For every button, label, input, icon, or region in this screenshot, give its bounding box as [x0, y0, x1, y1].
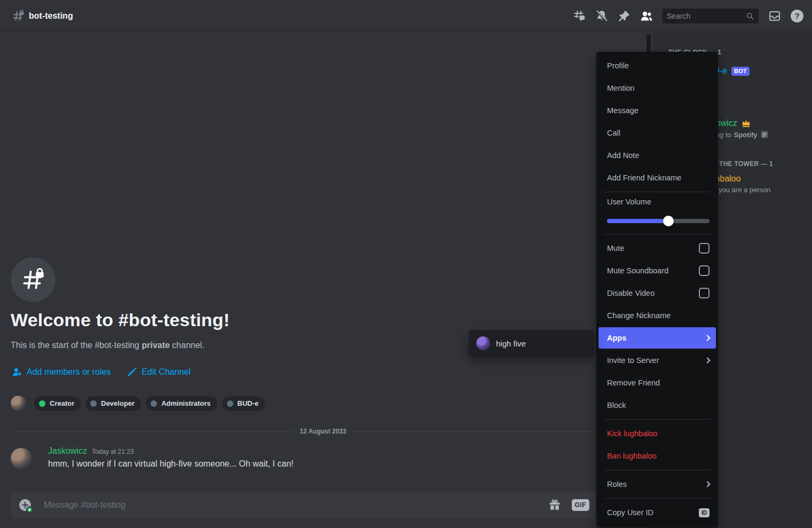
activity-note-icon: [760, 130, 769, 139]
avatar[interactable]: [11, 396, 26, 411]
role-color-dot: [227, 400, 233, 407]
menu-item-change-nickname[interactable]: Change Nickname: [598, 305, 716, 326]
menu-item-apps[interactable]: Apps: [598, 327, 716, 349]
channel-members-roles-row: Creator Developer Administrators BUD-e: [11, 396, 265, 411]
submenu-item-high-five[interactable]: high five: [472, 333, 591, 353]
menu-item-add-friend-nickname[interactable]: Add Friend Nickname: [598, 167, 716, 188]
role-pill-administrators[interactable]: Administrators: [146, 396, 217, 411]
menu-item-mute-soundboard[interactable]: Mute Soundboard: [598, 260, 716, 281]
message-timestamp: Today at 21:23: [92, 448, 134, 455]
menu-item-kick[interactable]: Kick lughbaloo: [598, 423, 716, 444]
welcome-title: Welcome to #bot-testing!: [11, 310, 230, 330]
menu-item-ban[interactable]: Ban lughbaloo: [598, 445, 716, 467]
menu-item-copy-user-id[interactable]: Copy User IDID: [598, 502, 716, 523]
role-pill-label: BUD-e: [238, 399, 259, 407]
search-placeholder: Search: [667, 12, 746, 20]
menu-item-mute[interactable]: Mute: [598, 238, 716, 259]
role-color-dot: [90, 400, 97, 407]
user-volume-fill: [607, 219, 668, 223]
threads-icon[interactable]: [573, 10, 586, 22]
channel-hash-lock-icon: [12, 10, 25, 22]
menu-item-label: Apps: [607, 334, 626, 342]
menu-item-disable-video[interactable]: Disable Video: [598, 282, 716, 304]
chevron-right-icon: [704, 335, 710, 341]
mute-checkbox[interactable]: [699, 243, 709, 254]
menu-item-label: Kick lughbaloo: [607, 429, 657, 438]
menu-divider: [604, 419, 711, 420]
app-bot-avatar: [476, 336, 490, 350]
inbox-icon[interactable]: [768, 10, 781, 22]
status-app-name: Spotify: [734, 131, 758, 139]
date-divider: 12 August 2023: [11, 428, 635, 435]
menu-item-label: Block: [607, 401, 626, 409]
menu-item-mention[interactable]: Mention: [598, 77, 716, 99]
status-text: you are a person: [719, 186, 771, 194]
menu-divider: [604, 498, 711, 499]
mute-soundboard-checkbox[interactable]: [699, 265, 709, 276]
menu-item-invite-to-server[interactable]: Invite to Server: [598, 350, 716, 371]
role-pill-label: Creator: [50, 399, 74, 407]
message-author-name[interactable]: Jaskowicz: [48, 446, 87, 456]
role-pill-label: Developer: [101, 399, 135, 407]
welcome-subtitle-prefix: This is the start of the #bot-testing: [11, 341, 141, 350]
disable-video-checkbox[interactable]: [699, 288, 709, 298]
hash-lock-icon: [21, 267, 45, 292]
welcome-subtitle-suffix: channel.: [170, 341, 204, 350]
member-list-toggle-icon[interactable]: [640, 10, 653, 22]
menu-item-profile[interactable]: Profile: [598, 55, 716, 76]
menu-item-label: Ban lughbaloo: [607, 452, 657, 460]
member-category-2[interactable]: THE TOWER — 1: [719, 160, 773, 168]
role-pill-bud-e[interactable]: BUD-e: [222, 396, 265, 411]
help-icon[interactable]: ?: [791, 10, 803, 22]
role-pills: Creator Developer Administrators BUD-e: [34, 396, 265, 411]
add-members-button[interactable]: Add members or roles: [12, 367, 111, 377]
chevron-right-icon: [704, 357, 710, 363]
message-author-avatar[interactable]: [11, 448, 32, 469]
menu-divider: [604, 470, 711, 470]
menu-item-roles[interactable]: Roles: [598, 474, 716, 495]
attach-plus-icon[interactable]: [19, 499, 31, 511]
date-divider-label: 12 August 2023: [294, 428, 352, 435]
divider-line: [352, 431, 635, 432]
menu-item-label: Invite to Server: [607, 356, 659, 365]
notifications-muted-icon[interactable]: [595, 10, 608, 22]
welcome-actions: Add members or roles Edit Channel: [12, 367, 191, 377]
menu-item-add-note[interactable]: Add Note: [598, 145, 716, 166]
edit-channel-button[interactable]: Edit Channel: [127, 367, 191, 377]
menu-item-message[interactable]: Message: [598, 100, 716, 121]
menu-item-call[interactable]: Call: [598, 122, 716, 144]
pinned-messages-icon[interactable]: [618, 10, 630, 22]
gif-picker-button[interactable]: GIF: [572, 499, 590, 511]
person-add-icon: [12, 367, 22, 377]
channel-header: bot-testing Search: [0, 0, 812, 32]
apps-submenu: high five: [469, 330, 594, 357]
menu-item-label: Remove Friend: [607, 379, 660, 387]
user-volume-knob[interactable]: [663, 216, 674, 226]
user-context-menu: Profile Mention Message Call Add Note Ad…: [596, 52, 718, 527]
add-members-label: Add members or roles: [27, 367, 111, 377]
message-text: hmm, I wonder if I can virtual high-five…: [48, 459, 294, 469]
menu-item-block[interactable]: Block: [598, 395, 716, 416]
message-header: Jaskowicz Today at 21:23: [48, 446, 134, 456]
welcome-subtitle: This is the start of the #bot-testing pr…: [11, 341, 204, 350]
menu-item-label: Message: [607, 106, 638, 115]
pencil-icon: [127, 367, 137, 377]
menu-item-label: Change Nickname: [607, 311, 671, 320]
menu-item-label: Mute: [607, 244, 624, 253]
menu-item-label: Add Friend Nickname: [607, 174, 681, 182]
gift-icon[interactable]: [548, 499, 561, 511]
role-pill-creator[interactable]: Creator: [34, 396, 81, 411]
role-pill-developer[interactable]: Developer: [85, 396, 141, 411]
menu-item-label: Roles: [607, 480, 627, 488]
menu-item-label: Profile: [607, 61, 629, 70]
channel-name: bot-testing: [29, 11, 73, 21]
server-owner-crown-icon: [741, 118, 751, 128]
menu-item-label: Mention: [607, 84, 635, 92]
submenu-item-label: high five: [496, 339, 526, 348]
menu-divider: [604, 234, 711, 234]
user-volume-slider[interactable]: [607, 216, 709, 226]
search-input[interactable]: Search: [663, 9, 759, 23]
role-color-dot: [151, 400, 157, 407]
edit-channel-label: Edit Channel: [141, 367, 191, 377]
menu-item-remove-friend[interactable]: Remove Friend: [598, 372, 716, 393]
